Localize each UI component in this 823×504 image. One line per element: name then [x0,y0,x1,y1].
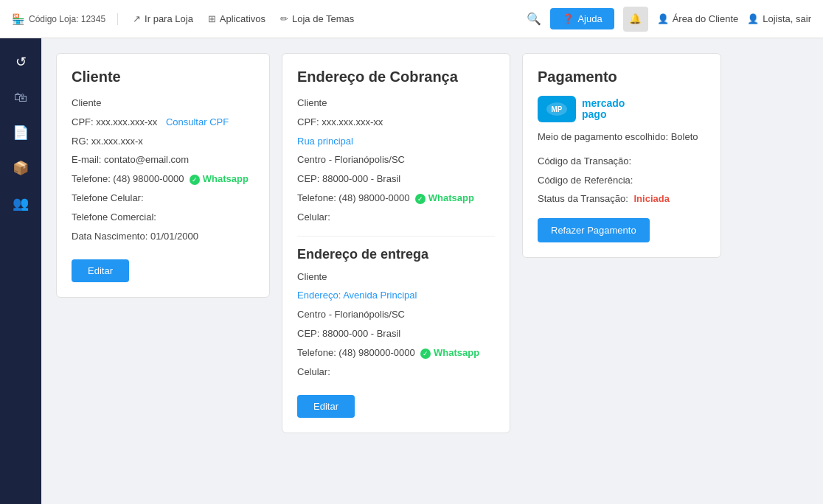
area-cliente-link[interactable]: 👤 Área do Cliente [657,13,739,24]
nav-link-store[interactable]: ↗ Ir para Loja [133,13,193,24]
brand: 🏪 Código Loja: 12345 [12,13,118,25]
nav-link-apps[interactable]: ⊞ Aplicativos [208,13,265,24]
person-icon: 👤 [657,13,669,24]
nav-link-themes[interactable]: ✏ Loja de Temas [280,13,354,24]
mp-text-block: mercado pago [582,98,625,121]
grid-icon: ⊞ [208,13,216,24]
cobranca-cpf-row: CPF: xxx.xxx.xxx-xx [297,115,495,130]
entrega-cliente-row: Cliente [297,270,495,285]
sidebar-item-products[interactable]: 📦 [6,153,35,183]
external-link-icon: ↗ [133,13,141,24]
mp-logo-icon: MP [538,96,576,122]
refresh-icon: ↺ [15,54,27,70]
box-icon: 📦 [13,160,29,176]
topnav: 🏪 Código Loja: 12345 ↗ Ir para Loja ⊞ Ap… [0,0,823,38]
mp-logo-svg: MP [546,102,568,116]
question-icon: ❓ [562,13,574,24]
topnav-right: 🔍 ❓ Ajuda 🔔 👤 Área do Cliente 👤 Lojista,… [527,7,811,32]
cobranca-cliente-row: Cliente [297,96,495,111]
whatsapp-link-1[interactable]: Whatsapp [203,172,249,187]
card-pagamento: Pagamento MP mercado pago Meio de pagame… [522,53,721,258]
cliente-cpf-row: CPF: xxx.xxx.xxx-xx Consultar CPF [72,115,254,130]
ajuda-button[interactable]: ❓ Ajuda [550,8,614,29]
store-icon: 🏪 [12,13,24,25]
cliente-celular-row: Telefone Celular: [72,191,254,206]
entrega-bairro-row: Centro - Florianópolis/SC [297,307,495,323]
cards-row: Cliente Cliente CPF: xxx.xxx.xxx-xx Cons… [56,53,808,433]
brand-label: Código Loja: 12345 [29,14,105,24]
divider [297,236,495,237]
entrega-endereco-row: Endereço: Avenida Principal [297,288,495,304]
topnav-links: ↗ Ir para Loja ⊞ Aplicativos ✏ Loja de T… [133,13,512,24]
cobranca-bairro-row: Centro - Florianópolis/SC [297,153,495,168]
user-icon: 👤 [747,13,759,24]
sidebar-item-orders[interactable]: 🛍 [6,83,35,112]
codigo-referencia-row: Código de Referência: [538,173,706,189]
card-pagamento-title: Pagamento [538,69,706,85]
cliente-comercial-row: Telefone Comercial: [72,210,254,225]
meio-pagamento-row: Meio de pagamento escolhido: Boleto [538,130,706,145]
main-content: Cliente Cliente CPF: xxx.xxx.xxx-xx Cons… [41,38,823,504]
whatsapp-link-3[interactable]: Whatsapp [434,346,479,361]
whatsapp-icon-3: ✓ [420,347,434,358]
card-cliente: Cliente Cliente CPF: xxx.xxx.xxx-xx Cons… [56,53,270,298]
card-endereco: Endereço de Cobrança Cliente CPF: xxx.xx… [282,53,510,433]
sidebar-item-documents[interactable]: 📄 [6,118,35,147]
sidebar-item-refresh[interactable]: ↺ [6,47,35,77]
cliente-name-row: Cliente [72,96,254,111]
entrega-telefone-row: Telefone: (48) 980000-0000 ✓ Whatsapp [297,346,495,361]
card-cliente-title: Cliente [72,69,254,85]
entrega-celular-row: Celular: [297,365,495,380]
editar-cliente-button[interactable]: Editar [72,259,129,282]
cobranca-celular-row: Celular: [297,210,495,225]
cobranca-rua-row: Rua principal [297,134,495,150]
whatsapp-icon-1: ✓ [190,173,203,184]
sidebar-item-customers[interactable]: 👥 [6,189,35,218]
pencil-icon: ✏ [280,13,288,24]
entrega-cep-row: CEP: 88000-000 - Brasil [297,326,495,342]
card-entrega-title: Endereço de entrega [297,247,495,262]
cliente-email-row: E-mail: contato@email.com [72,153,254,168]
editar-endereco-button[interactable]: Editar [297,395,355,418]
mp-text-line1: mercado [582,98,625,109]
bell-icon: 🔔 [629,13,642,24]
svg-text:MP: MP [552,105,563,113]
search-icon[interactable]: 🔍 [527,12,541,26]
whatsapp-link-2[interactable]: Whatsapp [428,191,474,206]
document-icon: 📄 [13,125,29,141]
bag-icon: 🛍 [14,90,27,105]
cliente-telefone-row: Telefone: (48) 98000-0000 ✓ Whatsapp [72,172,254,187]
cliente-nascimento-row: Data Nascimento: 01/01/2000 [72,229,254,245]
whatsapp-icon-2: ✓ [415,192,428,203]
transacao-block: Código da Transação: Código de Referênci… [538,154,706,207]
cobranca-telefone-row: Telefone: (48) 98000-0000 ✓ Whatsapp [297,191,495,206]
people-icon: 👥 [13,195,29,211]
card-cobranca-title: Endereço de Cobrança [297,69,495,85]
mp-text-line2: pago [582,109,625,120]
cobranca-cep-row: CEP: 88000-000 - Brasil [297,172,495,187]
user-menu[interactable]: 👤 Lojista, sair [747,13,811,24]
notification-button[interactable]: 🔔 [623,7,648,32]
mercado-pago-logo: MP mercado pago [538,96,706,122]
status-value: Iniciada [633,193,669,204]
refazer-pagamento-button[interactable]: Refazer Pagamento [538,218,650,242]
status-transacao-row: Status da Transação: Iniciada [538,192,706,207]
sidebar: ↺ 🛍 📄 📦 👥 [0,38,41,504]
cliente-rg-row: RG: xx.xxx.xxx-x [72,134,254,150]
codigo-transacao-row: Código da Transação: [538,154,706,169]
consultar-cpf-link[interactable]: Consultar CPF [166,116,229,127]
